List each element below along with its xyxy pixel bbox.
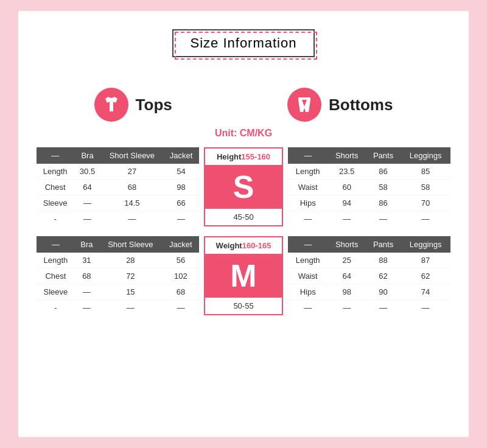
table-row: Waist646262	[288, 268, 450, 284]
table-header: Shorts	[328, 236, 366, 253]
table-cell: 88	[366, 253, 401, 268]
table-cell: 74	[401, 284, 450, 300]
table-cell: 98	[328, 284, 366, 300]
table-cell: -	[37, 300, 75, 316]
svg-rect-0	[298, 97, 310, 100]
table-cell: —	[99, 300, 163, 316]
table-cell: 68	[75, 268, 99, 284]
table-row: Chest646898	[37, 180, 199, 195]
table-cell: —	[75, 284, 99, 300]
table-cell: 86	[366, 164, 401, 180]
table-cell: 23.5	[328, 164, 366, 180]
table-header: Bra	[75, 236, 99, 253]
bottoms-table-m: —ShortsPantsLeggingsLength258887Waist646…	[288, 236, 450, 315]
table-cell: 86	[366, 195, 401, 211]
table-row: Length30.52754	[37, 164, 199, 180]
table-cell: —	[288, 211, 328, 227]
table-cell: 58	[366, 180, 401, 195]
table-cell: 90	[366, 284, 401, 300]
table-cell: —	[101, 211, 164, 227]
table-cell: —	[74, 195, 100, 211]
table-row: Chest6872102	[37, 268, 199, 284]
table-cell: —	[74, 211, 100, 227]
table-cell: 66	[163, 195, 199, 211]
table-cell: 94	[328, 195, 366, 211]
size-section-m: —BraShort SleeveJacketLength312856Chest6…	[37, 236, 450, 315]
table-header: Short Sleeve	[101, 147, 164, 164]
table-cell: —	[163, 300, 199, 316]
unit-row: Unit: CM/KG	[37, 128, 450, 139]
table-header: Pants	[366, 147, 401, 164]
height-value: 160-165	[242, 241, 272, 250]
tops-table-m: —BraShort SleeveJacketLength312856Chest6…	[37, 236, 199, 315]
tops-label: Tops	[136, 96, 172, 114]
table-cell: —	[401, 211, 450, 227]
table-cell: Length	[37, 164, 74, 180]
size-center-s: Height155-160S45-50	[204, 147, 283, 226]
table-cell: 56	[163, 253, 199, 268]
table-header: Shorts	[328, 147, 366, 164]
table-cell: 27	[101, 164, 164, 180]
table-row: -———	[37, 300, 199, 316]
title-area: Size Information	[37, 29, 450, 75]
height-label: Height	[217, 152, 241, 161]
table-cell: 72	[99, 268, 163, 284]
table-cell: Waist	[288, 180, 328, 195]
table-row: Length312856	[37, 253, 199, 268]
table-header: Jacket	[163, 236, 199, 253]
table-cell: 98	[163, 180, 199, 195]
table-cell: 58	[401, 180, 450, 195]
table-header: Jacket	[163, 147, 199, 164]
table-row: ————	[288, 211, 450, 227]
table-cell: 14.5	[101, 195, 164, 211]
table-cell: 68	[163, 284, 199, 300]
unit-label: Unit:	[215, 128, 240, 138]
table-row: Sleeve—1568	[37, 284, 199, 300]
table-cell: Length	[288, 253, 328, 268]
size-section-s: —BraShort SleeveJacketLength30.52754Ches…	[37, 147, 450, 226]
table-row: Waist605858	[288, 180, 450, 195]
table-cell: 31	[75, 253, 99, 268]
table-row: Sleeve—14.566	[37, 195, 199, 211]
table-header: —	[288, 147, 328, 164]
table-cell: 102	[163, 268, 199, 284]
table-cell: 64	[74, 180, 100, 195]
table-header: Bra	[74, 147, 100, 164]
height-value: 155-160	[241, 152, 270, 161]
table-cell: 62	[366, 268, 401, 284]
bottoms-icon	[287, 88, 321, 122]
table-cell: —	[401, 300, 450, 316]
category-row: Tops Bottoms	[37, 88, 450, 122]
table-cell: —	[366, 300, 401, 316]
table-row: Length258887	[288, 253, 450, 268]
table-header: —	[37, 147, 74, 164]
table-header: —	[288, 236, 328, 253]
table-row: ————	[288, 300, 450, 316]
table-cell: 60	[328, 180, 366, 195]
table-header: Leggings	[401, 236, 450, 253]
table-cell: 30.5	[74, 164, 100, 180]
table-cell: 70	[401, 195, 450, 211]
size-letter: S	[205, 166, 282, 208]
table-cell: 25	[328, 253, 366, 268]
tops-category: Tops	[94, 88, 172, 122]
table-cell: —	[328, 300, 366, 316]
table-cell: 68	[101, 180, 164, 195]
table-cell: —	[366, 211, 401, 227]
table-cell: Length	[288, 164, 328, 180]
table-header: Short Sleeve	[99, 236, 163, 253]
table-row: Length23.58685	[288, 164, 450, 180]
title-box: Size Information	[172, 29, 315, 57]
unit-value: CM/KG	[240, 128, 272, 138]
table-cell: Chest	[37, 268, 75, 284]
table-row: Hips989074	[288, 284, 450, 300]
height-label: Weight	[216, 241, 242, 250]
table-cell: Length	[37, 253, 75, 268]
table-cell: 87	[401, 253, 450, 268]
weight-value: 45-50	[205, 208, 282, 225]
table-cell: 64	[328, 268, 366, 284]
bottoms-label: Bottoms	[329, 96, 393, 114]
table-cell: 85	[401, 164, 450, 180]
table-cell: Chest	[37, 180, 74, 195]
table-header: —	[37, 236, 75, 253]
